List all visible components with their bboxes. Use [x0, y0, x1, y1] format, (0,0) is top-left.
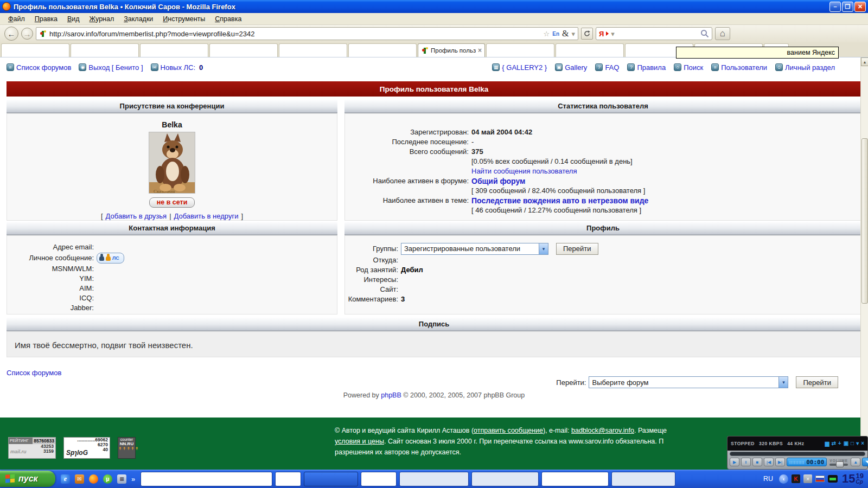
- stop-button[interactable]: ■: [752, 458, 762, 466]
- blank-tab[interactable]: [348, 43, 417, 57]
- send-message-link[interactable]: отправить сообщение: [474, 427, 543, 434]
- language-indicator[interactable]: RU: [761, 474, 776, 484]
- dock-button[interactable]: ◥: [862, 458, 868, 466]
- utorrent-icon[interactable]: µ: [103, 474, 112, 484]
- mailru-counter-badge[interactable]: РЕЙТИНГ85760833 43253 mail.ru3159: [8, 437, 56, 459]
- ie-icon[interactable]: e: [61, 474, 70, 484]
- tray-app-icon[interactable]: ×: [803, 474, 812, 483]
- kaspersky-tray-icon[interactable]: K: [792, 474, 800, 483]
- tab-close-icon[interactable]: ×: [478, 47, 482, 54]
- firefox-quicklaunch-icon[interactable]: [89, 474, 98, 484]
- nav-logout[interactable]: ◉ Выход [ Бенито ]: [79, 63, 143, 72]
- restore-button[interactable]: ❐: [842, 2, 853, 12]
- find-posts-link[interactable]: Найти сообщения пользователя: [471, 166, 577, 176]
- nav-private-area-label[interactable]: Личный раздел: [785, 63, 835, 72]
- nav-gallery2[interactable]: ▦ { GALLERY2 }: [492, 63, 547, 72]
- blank-tab[interactable]: [140, 43, 208, 57]
- taskbar-window-button[interactable]: [541, 472, 609, 486]
- minimize-button[interactable]: –: [829, 2, 841, 12]
- menu-file[interactable]: Файл: [3, 14, 30, 24]
- nav-faq[interactable]: ? FAQ: [595, 63, 619, 72]
- urlbar-dropdown-icon[interactable]: ▾: [571, 30, 575, 38]
- forum-jump-select[interactable]: Выберите форум ▾: [589, 376, 788, 388]
- spylog-counter-badge[interactable]: ..............69062 6270 40 SpɿloG: [63, 437, 110, 459]
- nav-rules[interactable]: ? Правила: [627, 63, 666, 72]
- nav-rules-label[interactable]: Правила: [637, 63, 666, 72]
- volume-slider[interactable]: [829, 464, 848, 466]
- tray-clock[interactable]: 15 19 Ср: [842, 473, 864, 485]
- menu-history[interactable]: Журнал: [85, 14, 119, 24]
- scrollbar-thumb[interactable]: [861, 138, 868, 304]
- home-button[interactable]: ⌂: [715, 27, 730, 40]
- search-icon[interactable]: [700, 29, 709, 38]
- taskbar-window-button[interactable]: [275, 472, 301, 486]
- taskbar-window-button[interactable]: [399, 472, 469, 486]
- video-window-icon[interactable]: □: [851, 441, 854, 446]
- nav-gallery[interactable]: ▣ Gallery: [555, 63, 587, 72]
- russian-flag-icon[interactable]: [815, 476, 825, 482]
- nav-search-label[interactable]: Поиск: [684, 63, 703, 72]
- nav-users[interactable]: ≡ Пользователи: [711, 63, 767, 72]
- chevron-down-icon[interactable]: ▾: [778, 377, 788, 388]
- start-button[interactable]: пуск: [0, 471, 55, 487]
- blank-tab[interactable]: [1, 43, 69, 57]
- tab-profile[interactable]: Профиль польз... ×: [418, 43, 485, 57]
- blank-tab[interactable]: [556, 43, 624, 57]
- blank-tab[interactable]: [209, 43, 278, 57]
- nav-search[interactable]: ○ Поиск: [674, 63, 703, 72]
- play-button[interactable]: ▶: [730, 458, 739, 466]
- bookmark-star-icon[interactable]: ☆: [544, 30, 550, 38]
- previous-track-button[interactable]: |◀: [764, 458, 774, 466]
- active-topic-link[interactable]: Последствие вождения авто в нетрезвом ви…: [471, 196, 648, 206]
- groups-go-button[interactable]: Перейти: [556, 243, 598, 255]
- url-input[interactable]: [49, 30, 541, 38]
- settings-icon[interactable]: +: [838, 441, 841, 446]
- playlist-icon[interactable]: ▣: [844, 441, 848, 446]
- nav-new-pm-label[interactable]: Новых ЛС:: [161, 63, 196, 72]
- phpbb-link[interactable]: phpBB: [381, 391, 401, 399]
- pause-button[interactable]: ‖: [741, 458, 751, 466]
- url-bar[interactable]: ☆ En & ▾: [36, 27, 578, 40]
- close-button[interactable]: ✕: [854, 2, 866, 12]
- jump-go-button[interactable]: Перейти: [796, 376, 838, 388]
- extension-amp-icon[interactable]: &: [562, 29, 569, 38]
- menu-bookmarks[interactable]: Закладки: [119, 14, 158, 24]
- menu-edit[interactable]: Правка: [30, 14, 62, 24]
- forward-button[interactable]: →: [21, 28, 33, 40]
- volume-thumb[interactable]: [836, 461, 844, 467]
- nav-gallery2-label[interactable]: { GALLERY2 }: [502, 63, 547, 72]
- chevron-down-icon[interactable]: ▾: [539, 243, 548, 254]
- nav-new-pm[interactable]: ✉ Новых ЛС: 0: [151, 63, 203, 72]
- seek-bar[interactable]: [730, 452, 865, 456]
- mail-icon[interactable]: ✉: [75, 474, 84, 484]
- taskbar-window-button[interactable]: [471, 472, 539, 486]
- nav-forum-list[interactable]: ≡ Список форумов: [7, 63, 71, 72]
- tray-chevron-icon[interactable]: ‹: [779, 474, 788, 484]
- quick-launch-overflow-icon[interactable]: »: [131, 475, 135, 483]
- media-player[interactable]: STOPPED 320 KBPS 44 KHz ▆ ⇄ + ▣ □ ▾ × ▶ …: [727, 436, 868, 470]
- add-foe-link[interactable]: Добавить в недруги: [174, 212, 239, 220]
- blank-tab[interactable]: [279, 43, 347, 57]
- back-button[interactable]: ←: [4, 27, 18, 41]
- language-detect-icon[interactable]: En: [552, 31, 559, 37]
- blank-tab[interactable]: [71, 43, 139, 57]
- taskbar-window-button-active[interactable]: [304, 472, 358, 486]
- nav-private-area[interactable]: ☺ Личный раздел: [775, 63, 835, 72]
- menu-help[interactable]: Справка: [210, 14, 246, 24]
- status-tray-icon[interactable]: [828, 475, 838, 483]
- groups-select[interactable]: Зарегистрированные пользователи ▾: [401, 243, 548, 255]
- add-friend-link[interactable]: Добавить в друзья: [106, 212, 167, 220]
- search-engine-dropdown-icon[interactable]: ▾: [611, 30, 615, 38]
- next-track-button[interactable]: ▶|: [775, 458, 785, 466]
- reload-button[interactable]: [581, 28, 593, 40]
- equalizer-icon[interactable]: ▆: [825, 441, 829, 446]
- yandex-search-box[interactable]: Я ▾: [596, 27, 712, 40]
- shuffle-icon[interactable]: ⇄: [831, 441, 835, 446]
- taskbar-window-button[interactable]: [611, 472, 675, 486]
- calculator-icon[interactable]: ▦: [117, 474, 126, 484]
- volume-control[interactable]: VOLUME: [828, 459, 849, 466]
- nav-faq-label[interactable]: FAQ: [605, 63, 619, 72]
- menu-view[interactable]: Вид: [62, 14, 85, 24]
- send-pm-button[interactable]: ЛС: [97, 253, 124, 264]
- taskbar-window-button[interactable]: [141, 472, 272, 486]
